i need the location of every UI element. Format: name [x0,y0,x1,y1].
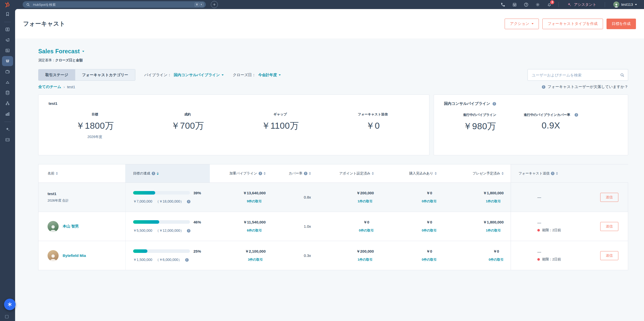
info-icon[interactable] [259,172,262,175]
submit-button[interactable]: 送信 [600,251,618,260]
forecast-selector[interactable]: Sales Forecast [38,48,84,55]
global-search[interactable]: ⌘ K [23,1,206,8]
deals-link[interactable]: 0件の取引 [359,228,374,233]
info-icon [542,85,545,89]
sidebar-item-commerce[interactable] [2,67,13,77]
caret-down-icon [635,4,637,5]
user-name-link[interactable]: Bytefield Mia [63,253,86,258]
info-icon[interactable] [493,102,496,106]
global-search-input[interactable] [32,3,195,7]
forecast-submission-value: — [537,220,561,225]
settings-button[interactable] [535,2,540,7]
sidebar-item-marketing[interactable] [2,35,13,45]
quick-create-button[interactable] [211,1,218,8]
info-icon[interactable] [187,229,190,233]
avatar[interactable] [48,250,59,261]
sort-icon [372,172,374,175]
deals-link[interactable]: 1件の取引 [358,199,373,204]
create-forecast-type-button[interactable]: フォーキャストタイプを作成 [542,19,603,29]
info-icon[interactable] [575,113,578,117]
view-tabs: 取引ステージ フォーキャストカテゴリー [38,69,135,81]
marketplace-button[interactable] [512,2,517,7]
top-navigation: ⌘ K 3 アシスタント [0,0,644,9]
plus-icon [213,3,216,6]
column-header-appointment-scheduled[interactable]: アポイント設定済み [318,164,381,182]
deals-link[interactable]: 9件の取引 [247,199,262,204]
sidebar-item-workflows[interactable] [2,98,13,108]
sidebar-item-sales[interactable] [2,56,13,66]
sidebar-item-developer[interactable] [2,135,13,145]
deals-link[interactable]: 0件の取引 [489,257,504,262]
calling-button[interactable] [501,2,505,7]
column-header-forecast-submission[interactable]: フォーキャスト送信 [511,164,628,182]
deals-link[interactable]: 0件の取引 [422,257,437,262]
forecast-content: Sales Forecast 測定基準：クローズ日と金額 取引ステージ フォーキ… [15,48,644,270]
pipeline-metrics: 進行中のパイプライン ￥980万 進行中のパイプラインカバー率 0.9X [444,112,587,132]
notification-count-badge: 3 [550,0,554,4]
metric-closed: 成約 ￥700万 [141,112,234,139]
column-header-name[interactable]: 名前 [38,164,125,182]
search-icon [620,73,624,77]
column-header-coverage[interactable]: カバー率 [273,164,318,182]
column-header-weighted-pipeline[interactable]: 加重パイプライン [210,164,273,182]
deals-link[interactable]: 1件の取引 [486,228,501,233]
sidebar-item-bookmarks[interactable] [2,9,13,19]
breadcrumb-all-teams[interactable]: 全てのチーム [38,84,61,89]
deals-link[interactable]: 1件の取引 [358,257,373,262]
goal-percent: 46% [193,220,201,224]
column-header-goal-attainment[interactable]: 目標の達成 [125,164,210,182]
column-header-buy-in[interactable]: 購入見込みあり [381,164,444,182]
user-name-link[interactable]: 本山 智男 [63,224,79,229]
sidebar-item-crm[interactable] [2,24,13,34]
divider [605,2,605,7]
divider [4,122,11,122]
tab-forecast-category[interactable]: フォーキャストカテゴリー [75,69,135,80]
deals-link[interactable]: 3件の取引 [248,257,263,262]
sidebar-bottom-icon[interactable] [5,314,9,319]
sidebar-item-service[interactable] [2,77,13,87]
info-icon[interactable] [187,200,190,203]
user-team-search-input[interactable] [531,73,620,77]
team-metrics: 目標 ￥1800万 2026年度 成約 ￥700万 ギャップ ￥1100万 フォ… [49,112,419,139]
copilot-fab-button[interactable] [4,299,16,310]
avatar[interactable] [48,221,59,232]
info-icon[interactable] [551,172,554,175]
user-team-search[interactable] [528,69,628,81]
sidebar-item-data-management[interactable] [2,88,13,98]
keyboard-shortcut-badge: ⌘ K [195,3,204,7]
deals-link[interactable]: 0件の取引 [422,228,437,233]
submit-button[interactable]: 送信 [600,222,618,231]
info-icon[interactable] [304,172,307,175]
column-header-presentation-scheduled[interactable]: プレゼン予定済み [444,164,511,182]
notifications-button[interactable]: 3 [547,2,552,7]
sort-icon [435,172,437,175]
table-header-row: 名前 目標の達成 加重パイプライン カバー率 [38,164,628,182]
goal-progress-bar [133,191,190,195]
sparkle-icon [567,2,572,7]
pipeline-dropdown[interactable]: 国内コンサルパイプライン [174,73,224,77]
actions-dropdown-button[interactable]: アクション [505,19,539,29]
goal-amount: （￥12,000,000） [155,228,184,233]
tab-deal-stage[interactable]: 取引ステージ [38,69,75,80]
close-date-filter: クローズ日： 今会計年度 [233,73,281,77]
hubspot-logo-icon[interactable] [0,2,15,8]
sidebar-item-reporting[interactable] [2,109,13,119]
info-icon[interactable] [152,172,155,175]
info-icon[interactable] [185,258,189,262]
deals-link[interactable]: 6件の取引 [247,228,262,233]
help-button[interactable] [524,2,529,7]
sidebar-item-content[interactable] [2,45,13,56]
account-menu[interactable]: test113 [612,1,639,8]
create-goal-button[interactable]: 目標を作成 [607,19,636,29]
sort-icon [264,172,266,175]
close-date-dropdown[interactable]: 今会計年度 [258,73,281,77]
assistant-button[interactable]: アシスタント [566,2,598,7]
sidebar-item-ai-assistant[interactable] [2,124,13,134]
table-row-team-total: test1 2026年度 合計 39% ￥7,000,000 （￥18,000,… [38,182,628,212]
deals-link[interactable]: 0件の取引 [422,199,437,204]
missing-users-hint[interactable]: フォーキャストユーザーが欠落していますか？ [542,84,628,89]
deals-link[interactable]: 1件の取引 [486,199,501,204]
submit-button[interactable]: 送信 [600,193,618,202]
newspaper-icon [5,48,10,53]
user-avatar [613,2,619,8]
